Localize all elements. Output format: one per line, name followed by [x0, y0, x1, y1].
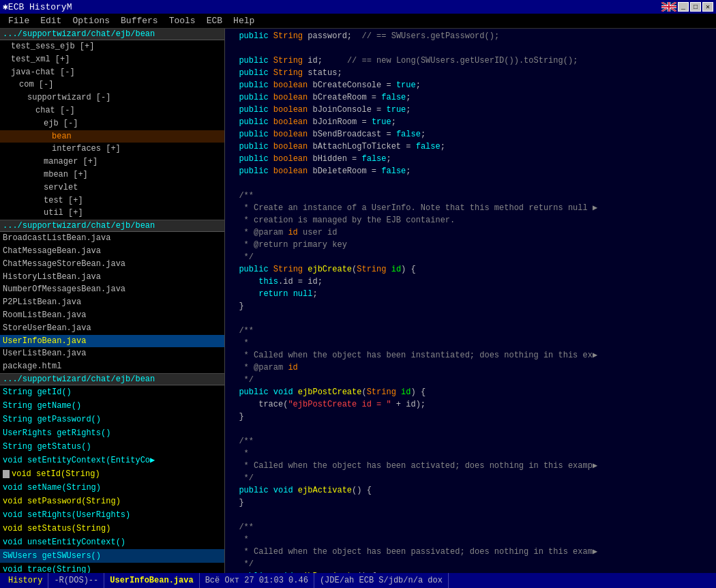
file-UserListBean[interactable]: UserListBean.java — [0, 347, 224, 360]
menu-tools[interactable]: Tools — [164, 14, 201, 27]
status-modes: (JDE/ah ECB S/jdb/n/a dox — [314, 573, 449, 588]
tree-item-java-chat[interactable]: java-chat [-] — [0, 66, 224, 79]
file-package-html[interactable]: package.html — [0, 360, 224, 373]
tree-item-chat[interactable]: chat [-] — [0, 104, 224, 117]
file-BroadcastListBean[interactable]: BroadcastListBean.java — [0, 232, 224, 245]
file-list-section: .../supportwizard/chat/ejb/bean Broadcas… — [0, 220, 224, 374]
svg-rect-8 — [661, 6, 676, 8]
method-setName[interactable]: void setName(String) — [0, 481, 224, 495]
tree-header: .../supportwizard/chat/ejb/bean — [0, 29, 224, 40]
tree-item-servlet[interactable]: servlet — [0, 181, 224, 194]
method-unsetEntityContext[interactable]: void unsetEntityContext() — [0, 535, 224, 549]
file-HistoryListBean[interactable]: HistoryListBean.java — [0, 271, 224, 284]
method-getSWUsers[interactable]: SWUsers getSWUsers() — [0, 549, 224, 563]
method-getRights[interactable]: UserRights getRights() — [0, 426, 224, 440]
maximize-btn[interactable]: □ — [690, 2, 701, 12]
method-setEntityContext[interactable]: void setEntityContext(EntityCo▶ — [0, 454, 224, 467]
file-P2PListBean[interactable]: P2PListBean.java — [0, 296, 224, 309]
title-bar-controls: _ □ ✕ — [661, 2, 713, 12]
method-trace[interactable]: void trace(String) — [0, 563, 224, 573]
tree-item-mbean[interactable]: mbean [+] — [0, 168, 224, 181]
tree-item-test-sess[interactable]: test_sess_ejb [+] — [0, 40, 224, 53]
methods-header: .../supportwizard/chat/ejb/bean — [0, 374, 224, 385]
tree-item-bean[interactable]: bean — [0, 130, 224, 143]
method-getStatus[interactable]: String getStatus() — [0, 440, 224, 454]
tree-item-interfaces[interactable]: interfaces [+] — [0, 143, 224, 156]
method-setPassword[interactable]: void setPassword(String) — [0, 495, 224, 508]
file-ChatMessageStoreBean[interactable]: ChatMessageStoreBean.java — [0, 258, 224, 271]
tree-item-util[interactable]: util [+] — [0, 207, 224, 220]
tree-item-com[interactable]: com [-] — [0, 78, 224, 91]
menu-bar: File Edit Options Buffers Tools ECB Help — [0, 14, 716, 29]
method-getId[interactable]: String getId() — [0, 385, 224, 399]
file-list-header: .../supportwizard/chat/ejb/bean — [0, 220, 224, 232]
tree-item-supportwizard[interactable]: supportwizard [-] — [0, 91, 224, 104]
file-ChatMessageBean[interactable]: ChatMessageBean.java — [0, 245, 224, 258]
flag-icon — [661, 2, 676, 12]
menu-buffers[interactable]: Buffers — [115, 14, 164, 27]
method-setId[interactable]: void setId(String) — [0, 467, 224, 481]
method-setRights[interactable]: void setRights(UserRights) — [0, 508, 224, 522]
tree-item-manager[interactable]: manager [+] — [0, 156, 224, 168]
editor[interactable]: public String password; // == SWUsers.ge… — [225, 29, 716, 573]
title-bar-title: ✱ECB HistoryM — [3, 1, 72, 12]
status-filename: UserInfoBean.java — [104, 573, 199, 588]
menu-edit[interactable]: Edit — [35, 14, 67, 27]
method-getName[interactable]: String getName() — [0, 399, 224, 413]
menu-file[interactable]: File — [3, 14, 35, 27]
menu-help[interactable]: Help — [228, 14, 260, 27]
method-getPassword[interactable]: String getPassword() — [0, 413, 224, 426]
file-StoreUserBean[interactable]: StoreUserBean.java — [0, 322, 224, 335]
sidebar: .../supportwizard/chat/ejb/bean test_ses… — [0, 29, 225, 573]
file-NumberOfMessagesBean[interactable]: NumberOfMessagesBean.java — [0, 283, 224, 296]
file-UserInfoBean[interactable]: UserInfoBean.java — [0, 335, 224, 348]
status-mode: -R(DOS)-- — [48, 573, 104, 588]
status-time: Всё Окт 27 01:03 0.46 — [200, 573, 314, 588]
tree-item-test-xml[interactable]: test_xml [+] — [0, 53, 224, 66]
menu-ecb[interactable]: ECB — [201, 14, 228, 27]
tree-section: .../supportwizard/chat/ejb/bean test_ses… — [0, 29, 224, 220]
methods-section: .../supportwizard/chat/ejb/bean String g… — [0, 374, 224, 573]
menu-options[interactable]: Options — [67, 14, 115, 27]
tree-item-ejb[interactable]: ejb [-] — [0, 117, 224, 130]
method-setStatus[interactable]: void setStatus(String) — [0, 522, 224, 535]
minimize-btn[interactable]: _ — [678, 2, 689, 12]
file-RoomListBean[interactable]: RoomListBean.java — [0, 309, 224, 322]
tree-item-test[interactable]: test [+] — [0, 194, 224, 207]
main-container: .../supportwizard/chat/ejb/bean test_ses… — [0, 29, 716, 573]
status-bar: History -R(DOS)-- UserInfoBean.java Всё … — [0, 573, 716, 588]
close-btn[interactable]: ✕ — [702, 2, 713, 12]
title-bar: ✱ECB HistoryM _ □ ✕ — [0, 0, 716, 14]
status-history: History — [3, 573, 48, 588]
